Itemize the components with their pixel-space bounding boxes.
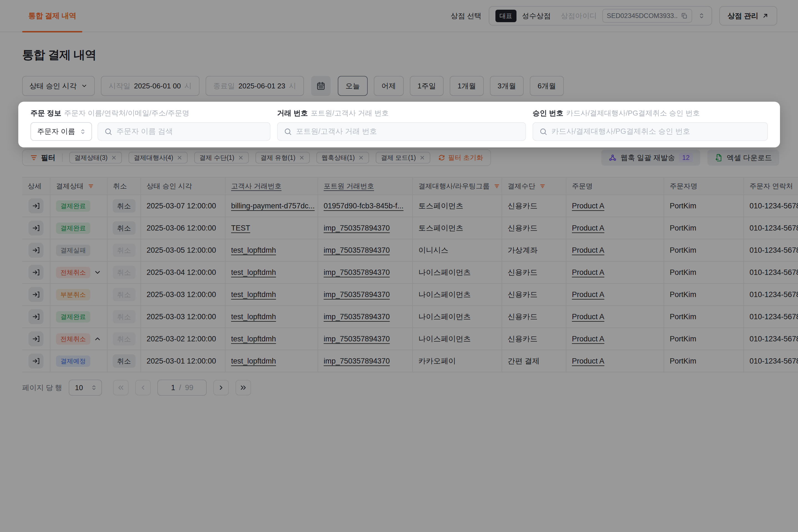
section-title: 거래 번호 [277,108,308,118]
search-section-approval: 승인 번호 카드사/결제대행사/PG결제취소 승인 번호 [533,108,768,141]
order-search-type-value: 주문자 이름 [37,127,75,136]
search-panel: 주문 정보 주문자 이름/연락처/이메일/주소/주문명 주문자 이름 [18,102,780,147]
order-search-type-select[interactable]: 주문자 이름 [31,122,92,141]
approval-search-input[interactable] [551,127,761,136]
search-section-order: 주문 정보 주문자 이름/연락처/이메일/주소/주문명 주문자 이름 [31,108,270,141]
transaction-search-field [277,122,526,141]
dim-overlay[interactable] [0,0,798,532]
section-hint: 카드사/결제대행사/PG결제취소 승인 번호 [566,108,700,118]
search-section-transaction: 거래 번호 포트원/고객사 거래 번호 [277,108,526,141]
search-icon [104,128,113,136]
approval-search-field [533,122,768,141]
section-title: 승인 번호 [533,108,563,118]
transaction-search-input[interactable] [296,127,519,136]
search-section-label: 주문 정보 주문자 이름/연락처/이메일/주소/주문명 [31,108,270,118]
section-hint: 주문자 이름/연락처/이메일/주소/주문명 [64,108,189,118]
section-title: 주문 정보 [31,108,61,118]
section-hint: 포트원/고객사 거래 번호 [310,108,389,118]
search-section-label: 거래 번호 포트원/고객사 거래 번호 [277,108,526,118]
order-search-input[interactable] [116,127,264,136]
select-updown-icon [79,128,87,135]
search-icon [539,128,548,136]
order-search-field [97,122,270,141]
search-section-label: 승인 번호 카드사/결제대행사/PG결제취소 승인 번호 [533,108,768,118]
search-icon [284,128,292,136]
